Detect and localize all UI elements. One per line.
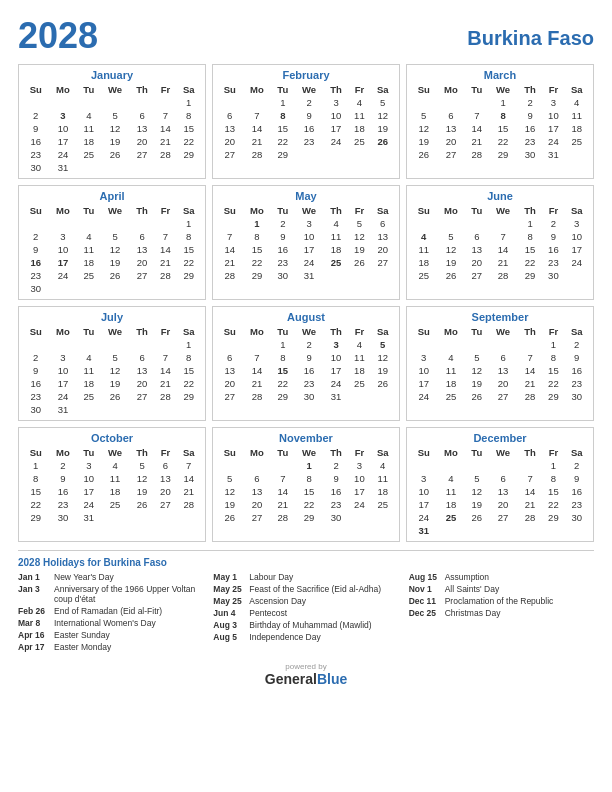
cal-day: 20 [130, 135, 154, 148]
cal-day: 8 [177, 109, 201, 122]
cal-day: 29 [23, 511, 49, 524]
cal-day: 4 [437, 472, 466, 485]
holiday-name: Feast of the Sacrifice (Eid al-Adha) [249, 584, 381, 594]
cal-day: 22 [177, 135, 201, 148]
cal-day: 26 [371, 135, 395, 148]
holiday-date: Dec 25 [409, 608, 441, 618]
month-block-february: FebruarySuMoTuWeThFrSa123456789101112131… [212, 64, 400, 179]
cal-day: 13 [437, 122, 466, 135]
cal-day [465, 459, 488, 472]
weekday-header: Fr [542, 83, 564, 96]
holiday-name: Proclamation of the Republic [445, 596, 554, 606]
holiday-date: Jan 3 [18, 584, 50, 604]
weekday-header: Sa [177, 325, 201, 338]
cal-day: 10 [565, 230, 589, 243]
cal-day: 5 [100, 109, 130, 122]
cal-day: 4 [371, 459, 395, 472]
cal-day: 17 [348, 485, 370, 498]
cal-day: 2 [271, 217, 294, 230]
cal-table: SuMoTuWeThFrSa12345678910111213141516171… [217, 325, 395, 403]
cal-day: 7 [518, 472, 542, 485]
page: 2028 Burkina Faso JanuarySuMoTuWeThFrSa1… [0, 0, 612, 697]
cal-day: 28 [488, 269, 518, 282]
holiday-date: Feb 26 [18, 606, 50, 616]
cal-day: 10 [77, 472, 100, 485]
cal-day: 3 [49, 109, 78, 122]
cal-day: 14 [465, 122, 488, 135]
cal-day [437, 459, 466, 472]
cal-day: 28 [177, 498, 201, 511]
cal-day: 11 [77, 243, 100, 256]
cal-day [348, 390, 370, 403]
cal-day [465, 338, 488, 351]
cal-day: 9 [294, 351, 324, 364]
weekday-header: Fr [542, 446, 564, 459]
cal-day: 27 [130, 390, 154, 403]
cal-day [411, 96, 437, 109]
cal-day [518, 459, 542, 472]
cal-day: 4 [411, 230, 437, 243]
cal-day: 18 [411, 256, 437, 269]
weekday-header: We [488, 325, 518, 338]
cal-day: 29 [488, 148, 518, 161]
cal-day: 18 [324, 243, 348, 256]
cal-day: 23 [565, 377, 589, 390]
cal-day [217, 459, 243, 472]
cal-day: 30 [565, 511, 589, 524]
cal-day: 10 [542, 109, 564, 122]
holiday-name: All Saints' Day [445, 584, 500, 594]
cal-day: 19 [217, 498, 243, 511]
cal-day: 7 [154, 230, 176, 243]
powered-by: powered by [18, 662, 594, 671]
cal-day: 24 [294, 256, 324, 269]
month-name: December [411, 432, 589, 444]
cal-day: 22 [23, 498, 49, 511]
weekday-header: Th [324, 204, 348, 217]
cal-day: 28 [154, 269, 176, 282]
holiday-item: May 25Feast of the Sacrifice (Eid al-Adh… [213, 584, 398, 594]
cal-day: 31 [294, 269, 324, 282]
cal-day: 9 [565, 472, 589, 485]
cal-day [77, 96, 100, 109]
cal-day: 1 [177, 96, 201, 109]
holiday-name: Christmas Day [445, 608, 501, 618]
cal-day: 10 [324, 351, 348, 364]
weekday-header: Sa [371, 325, 395, 338]
holiday-column: Jan 1New Year's DayJan 3Anniversary of t… [18, 572, 203, 654]
cal-day: 5 [371, 96, 395, 109]
weekday-header: Fr [348, 204, 370, 217]
cal-day: 24 [49, 148, 78, 161]
weekday-header: Tu [271, 204, 294, 217]
weekday-header: Sa [565, 325, 589, 338]
cal-day: 13 [243, 485, 272, 498]
cal-day [77, 403, 100, 416]
cal-day [437, 217, 466, 230]
holiday-date: Apr 16 [18, 630, 50, 640]
cal-day [23, 217, 49, 230]
cal-day [488, 459, 518, 472]
cal-day: 6 [217, 351, 243, 364]
cal-day: 21 [518, 498, 542, 511]
cal-day: 20 [217, 377, 243, 390]
month-block-march: MarchSuMoTuWeThFrSa123456789101112131415… [406, 64, 594, 179]
cal-day: 6 [371, 217, 395, 230]
cal-day: 6 [437, 109, 466, 122]
year: 2028 [18, 18, 98, 54]
cal-day: 7 [154, 351, 176, 364]
cal-day: 23 [324, 498, 348, 511]
cal-day: 11 [437, 364, 466, 377]
brand: GeneralBlue [18, 671, 594, 687]
holiday-date: Jun 4 [213, 608, 245, 618]
weekday-header: We [100, 204, 130, 217]
cal-day: 24 [411, 511, 437, 524]
cal-day: 6 [465, 230, 488, 243]
cal-day: 29 [542, 511, 564, 524]
weekday-header: Fr [542, 204, 564, 217]
cal-day: 8 [177, 230, 201, 243]
cal-day: 29 [518, 269, 542, 282]
cal-day: 20 [154, 485, 176, 498]
calendar-grid: JanuarySuMoTuWeThFrSa1234567891011121314… [18, 64, 594, 542]
cal-day [437, 524, 466, 537]
cal-day [243, 338, 272, 351]
cal-day: 9 [23, 364, 49, 377]
